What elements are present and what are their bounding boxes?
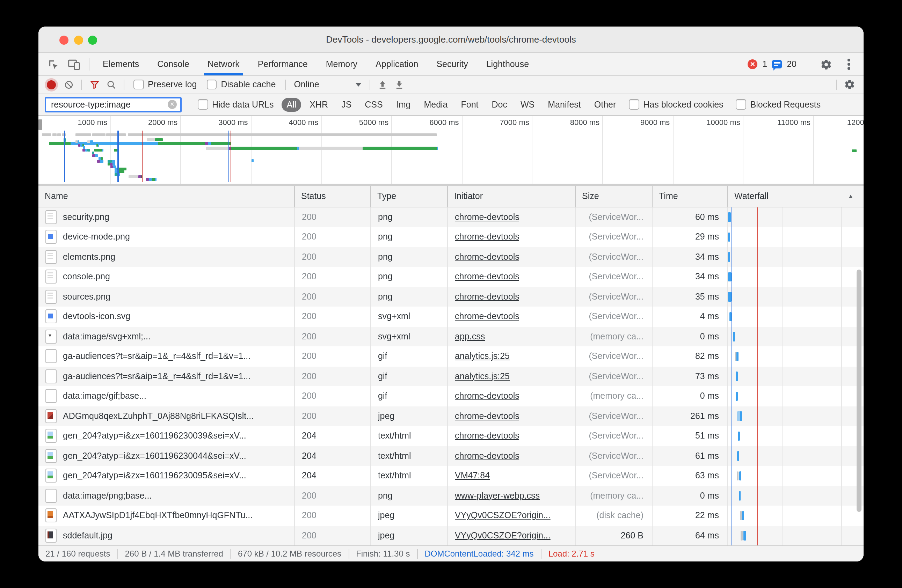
filter-chip-other[interactable]: Other: [589, 97, 621, 111]
request-name-cell[interactable]: data:image/svg+xml;...: [38, 327, 295, 346]
filter-chip-manifest[interactable]: Manifest: [543, 97, 586, 111]
clear-network-log-button[interactable]: [60, 77, 77, 92]
initiator-link[interactable]: analytics.js:25: [455, 372, 510, 381]
request-name-cell[interactable]: security.png: [38, 207, 295, 227]
inspect-element-button[interactable]: [42, 53, 64, 75]
vertical-scrollbar-thumb[interactable]: [857, 269, 861, 511]
filter-chip-css[interactable]: CSS: [360, 97, 387, 111]
network-request-row[interactable]: data:image/svg+xml;...200svg+xmlapp.css(…: [38, 327, 864, 346]
initiator-link[interactable]: chrome-devtools: [455, 292, 520, 302]
network-request-row[interactable]: devtools-icon.svg200svg+xmlchrome-devtoo…: [38, 307, 864, 327]
initiator-link[interactable]: chrome-devtools: [455, 431, 520, 441]
request-name-cell[interactable]: ADGmqu8qexLZuhphT_0Aj88Ng8riLFKASQIslt..…: [38, 406, 295, 426]
network-request-row[interactable]: ADGmqu8qexLZuhphT_0Aj88Ng8riLFKASQIslt..…: [38, 406, 864, 426]
network-request-row[interactable]: sddefault.jpg200jpegVYyQv0CSZOE?origin..…: [38, 525, 864, 546]
initiator-link[interactable]: chrome-devtools: [455, 411, 520, 421]
request-name-cell[interactable]: data:image/gif;base...: [38, 386, 295, 406]
column-header-status[interactable]: Status: [295, 185, 371, 206]
request-name-cell[interactable]: ga-audiences?t=sr&aip=1&_r=4&slf_rd=1&v=…: [38, 366, 295, 386]
request-name-cell[interactable]: gen_204?atyp=i&zx=1601196230044&sei=xV..…: [38, 446, 295, 466]
initiator-link[interactable]: VM47:84: [455, 471, 490, 481]
column-header-type[interactable]: Type: [371, 185, 448, 206]
export-har-icon[interactable]: [391, 77, 408, 92]
filter-chip-media[interactable]: Media: [419, 97, 453, 111]
network-overview-timeline[interactable]: 1000 ms2000 ms3000 ms4000 ms5000 ms6000 …: [38, 116, 864, 185]
issues-bubble-icon[interactable]: [772, 60, 782, 69]
filter-chip-font[interactable]: Font: [456, 97, 484, 111]
hide-data-urls-checkbox[interactable]: [198, 100, 208, 109]
initiator-link[interactable]: chrome-devtools: [455, 252, 520, 262]
network-request-row[interactable]: security.png200pngchrome-devtools(Servic…: [38, 207, 864, 227]
request-name-cell[interactable]: ga-audiences?t=sr&aip=1&_r=4&slf_rd=1&v=…: [38, 346, 295, 366]
network-request-row[interactable]: ga-audiences?t=sr&aip=1&_r=4&slf_rd=1&v=…: [38, 346, 864, 366]
request-name-cell[interactable]: gen_204?atyp=i&zx=1601196230039&sei=xV..…: [38, 426, 295, 446]
tab-elements[interactable]: Elements: [94, 53, 148, 75]
request-name-cell[interactable]: data:image/png;base...: [38, 486, 295, 505]
network-request-row[interactable]: gen_204?atyp=i&zx=1601196230095&sei=xV..…: [38, 466, 864, 486]
request-name-cell[interactable]: sources.png: [38, 287, 295, 307]
column-header-time[interactable]: Time: [653, 185, 728, 206]
initiator-link[interactable]: chrome-devtools: [455, 232, 520, 242]
close-window-button[interactable]: [60, 35, 69, 44]
initiator-link[interactable]: www-player-webp.css: [455, 491, 540, 501]
initiator-link[interactable]: chrome-devtools: [455, 212, 520, 222]
throttling-select[interactable]: Online: [294, 80, 361, 89]
filter-chip-js[interactable]: JS: [337, 97, 356, 111]
column-header-name[interactable]: Name: [38, 185, 295, 206]
network-settings-gear-icon[interactable]: [841, 77, 858, 92]
filter-chip-img[interactable]: Img: [391, 97, 416, 111]
clear-filter-icon[interactable]: ✕: [168, 100, 177, 109]
request-name-cell[interactable]: gen_204?atyp=i&zx=1601196230095&sei=xV..…: [38, 466, 295, 486]
network-request-row[interactable]: gen_204?atyp=i&zx=1601196230039&sei=xV..…: [38, 426, 864, 446]
network-request-row[interactable]: elements.png200pngchrome-devtools(Servic…: [38, 247, 864, 267]
request-name-cell[interactable]: sddefault.jpg: [38, 525, 295, 546]
sort-ascending-icon[interactable]: ▲: [847, 192, 854, 199]
column-header-initiator[interactable]: Initiator: [448, 185, 576, 206]
minimize-window-button[interactable]: [74, 35, 83, 44]
request-name-cell[interactable]: AATXAJywSIpD1jf4EbqHXTfbe0mnyHqGFNTu...: [38, 505, 295, 525]
column-header-size[interactable]: Size: [576, 185, 653, 206]
network-request-row[interactable]: data:image/gif;base...200gifchrome-devto…: [38, 386, 864, 406]
tab-application[interactable]: Application: [366, 53, 427, 75]
disable-cache-checkbox[interactable]: [207, 80, 216, 90]
tab-performance[interactable]: Performance: [249, 53, 317, 75]
tab-security[interactable]: Security: [427, 53, 477, 75]
initiator-link[interactable]: app.css: [455, 332, 485, 341]
network-request-row[interactable]: sources.png200pngchrome-devtools(Service…: [38, 287, 864, 307]
initiator-link[interactable]: VYyQv0CSZOE?origin...: [455, 531, 551, 541]
has-blocked-cookies-checkbox[interactable]: [629, 100, 639, 109]
network-request-row[interactable]: console.png200pngchrome-devtools(Service…: [38, 267, 864, 287]
request-name-cell[interactable]: elements.png: [38, 247, 295, 267]
more-options-kebab-icon[interactable]: [841, 59, 857, 70]
search-icon[interactable]: [103, 77, 119, 92]
import-har-icon[interactable]: [374, 77, 391, 92]
network-request-row[interactable]: device-mode.png200pngchrome-devtools(Ser…: [38, 227, 864, 247]
blocked-requests-checkbox[interactable]: [736, 100, 746, 109]
filter-chip-ws[interactable]: WS: [516, 97, 539, 111]
tab-console[interactable]: Console: [148, 53, 199, 75]
initiator-link[interactable]: chrome-devtools: [455, 391, 520, 401]
initiator-link[interactable]: chrome-devtools: [455, 312, 520, 322]
request-name-cell[interactable]: console.png: [38, 267, 295, 287]
request-name-cell[interactable]: devtools-icon.svg: [38, 307, 295, 327]
network-request-row[interactable]: AATXAJywSIpD1jf4EbqHXTfbe0mnyHqGFNTu...2…: [38, 505, 864, 525]
zoom-window-button[interactable]: [88, 35, 97, 44]
filter-chip-xhr[interactable]: XHR: [305, 97, 333, 111]
filter-funnel-icon[interactable]: [86, 77, 103, 92]
window-titlebar[interactable]: DevTools - developers.google.com/web/too…: [38, 27, 864, 53]
error-badge-icon[interactable]: ✕: [748, 59, 757, 69]
network-filter-input[interactable]: [50, 99, 168, 110]
tab-network[interactable]: Network: [199, 53, 249, 75]
initiator-link[interactable]: analytics.js:25: [455, 352, 510, 361]
tab-lighthouse[interactable]: Lighthouse: [477, 53, 538, 75]
request-name-cell[interactable]: device-mode.png: [38, 227, 295, 247]
preserve-log-checkbox[interactable]: [133, 80, 144, 90]
record-network-log-button[interactable]: [47, 80, 56, 89]
toggle-device-toolbar-button[interactable]: [64, 53, 85, 75]
settings-gear-icon[interactable]: [815, 58, 836, 70]
column-header-waterfall[interactable]: Waterfall▲: [728, 185, 864, 206]
filter-chip-doc[interactable]: Doc: [487, 97, 512, 111]
network-request-row[interactable]: data:image/png;base...200pngwww-player-w…: [38, 486, 864, 505]
network-request-row[interactable]: gen_204?atyp=i&zx=1601196230044&sei=xV..…: [38, 446, 864, 466]
initiator-link[interactable]: chrome-devtools: [455, 272, 520, 282]
